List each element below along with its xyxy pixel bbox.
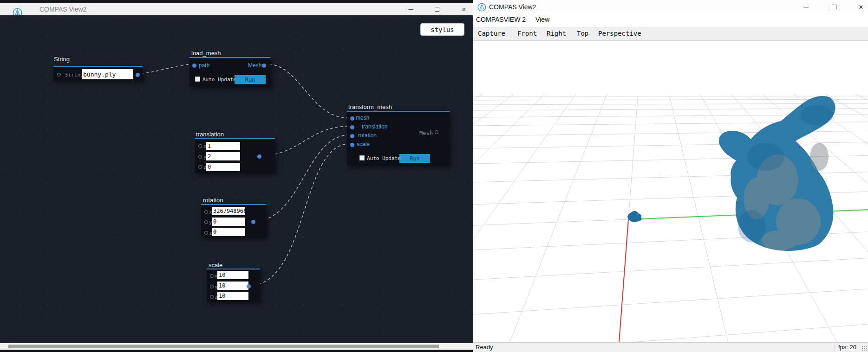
minimize-icon[interactable] [796,1,815,13]
auto-update-label: Auto Update [367,155,401,161]
output-port-icon[interactable] [251,220,255,224]
wire-string-to-loadmesh [136,64,192,74]
stylus-button[interactable]: stylus [420,23,464,36]
input-port-icon[interactable] [198,144,202,148]
node-graph-canvas[interactable]: stylus String String load_mesh path Mesh… [0,15,473,343]
translation-x-input[interactable] [206,142,240,150]
rotation-x-input[interactable] [212,207,245,215]
input-port-icon[interactable] [350,116,354,121]
node-editor-window: COMPAS View2 ✕ stylus String String [0,0,473,352]
node-rotation[interactable]: x y z [201,204,266,237]
scale-z-input[interactable] [217,292,248,300]
input-port-icon[interactable] [57,73,61,77]
input-port-icon[interactable] [204,231,208,235]
node-translation[interactable]: x y z [195,138,275,173]
port-label-translation: translation [362,123,387,130]
node-title-rotation[interactable]: rotation [203,197,223,204]
viewer-window: COMPAS View2 ✕ COMPASVIEW 2 View Capture… [473,0,868,352]
toolbar: Capture Front Right Top Perspective [473,27,868,41]
translation-z-input[interactable] [206,163,240,171]
compas-logo-icon [477,3,486,12]
close-icon[interactable]: ✕ [455,3,473,15]
close-icon[interactable]: ✕ [852,1,868,13]
toolbar-top[interactable]: Top [577,30,588,37]
scale-y-input[interactable] [217,282,248,290]
left-window-title: COMPAS View2 [39,6,86,13]
viewport-scene [473,41,868,342]
node-string[interactable]: String [53,66,143,81]
toolbar-capture[interactable]: Capture [478,30,505,37]
menu-view[interactable]: View [535,16,549,23]
output-port-icon[interactable] [257,154,261,159]
wire-loadmesh-to-transform [264,64,350,117]
node-title-scale[interactable]: scale [209,262,222,269]
scrollbar-thumb[interactable] [8,345,439,348]
node-load-mesh[interactable]: path Mesh Auto Update Run [189,57,270,87]
status-separator [835,344,835,352]
horizontal-scrollbar[interactable] [0,343,473,350]
run-button[interactable]: Run [399,154,430,163]
left-titlebar[interactable]: COMPAS View2 ✕ [0,3,473,15]
input-port-icon[interactable] [210,295,214,299]
input-port-icon[interactable] [210,274,214,278]
minimize-icon[interactable] [401,3,420,15]
output-port-icon[interactable] [262,64,266,68]
string-value-input[interactable] [82,69,133,79]
node-scale[interactable]: x y z [207,269,260,302]
auto-update-label: Auto Update [202,77,236,83]
right-titlebar[interactable]: COMPAS View2 ✕ [473,0,868,14]
node-title-string[interactable]: String [54,56,70,63]
x-axis-red [619,219,628,342]
translation-y-input[interactable] [206,152,240,160]
run-button[interactable]: Run [235,75,266,84]
right-window-title: COMPAS View2 [489,3,536,11]
input-port-icon[interactable] [350,134,354,138]
toolbar-perspective[interactable]: Perspective [598,30,641,37]
output-port-icon[interactable] [247,284,251,288]
input-port-icon[interactable] [210,285,214,288]
rotation-y-input[interactable] [212,218,245,226]
window-bottom-edge [0,350,473,352]
scale-x-input[interactable] [217,271,248,279]
toolbar-front[interactable]: Front [517,30,537,37]
port-label-mesh-out: Mesh [248,62,261,69]
port-type-label: String [65,72,84,78]
statusbar: Ready fps: 20 [473,342,868,352]
fps-counter: fps: 20 [838,344,856,351]
bunny-mesh-large[interactable] [719,96,835,251]
status-message: Ready [476,344,493,351]
port-label-path: path [199,62,209,69]
viewport-3d[interactable] [473,41,868,342]
output-port-icon[interactable] [136,73,140,77]
input-port-icon[interactable] [350,143,354,147]
input-port-icon[interactable] [192,64,196,68]
output-port-icon[interactable] [435,130,438,134]
port-label-mesh-out: Mesh [419,130,433,136]
toolbar-right[interactable]: Right [547,30,566,37]
node-title-transform-mesh[interactable]: transform_mesh [348,103,392,110]
node-title-translation[interactable]: translation [196,131,224,138]
toolbar-separator [511,29,511,38]
node-title-load-mesh[interactable]: load_mesh [191,50,221,57]
rotation-z-input[interactable] [212,228,245,236]
maximize-icon[interactable] [825,1,843,13]
background-window-strip [0,0,473,3]
input-port-icon[interactable] [198,165,202,169]
maximize-icon[interactable] [428,3,446,15]
port-label-scale: scale [357,141,370,147]
auto-update-checkbox[interactable] [195,77,200,82]
input-port-icon[interactable] [198,155,202,159]
port-label-mesh: mesh [356,115,369,121]
input-port-icon[interactable] [350,125,354,129]
input-port-icon[interactable] [204,220,208,224]
auto-update-checkbox[interactable] [359,155,365,160]
menubar: COMPASVIEW 2 View [473,14,868,27]
node-transform-mesh[interactable]: mesh translation rotation scale Mesh Aut… [347,111,450,166]
bunny-mesh-small[interactable] [627,211,642,222]
input-port-icon[interactable] [204,210,208,214]
resize-grip-icon[interactable] [861,346,867,351]
menu-compasview2[interactable]: COMPASVIEW 2 [476,16,526,23]
port-label-rotation: rotation [358,132,377,139]
